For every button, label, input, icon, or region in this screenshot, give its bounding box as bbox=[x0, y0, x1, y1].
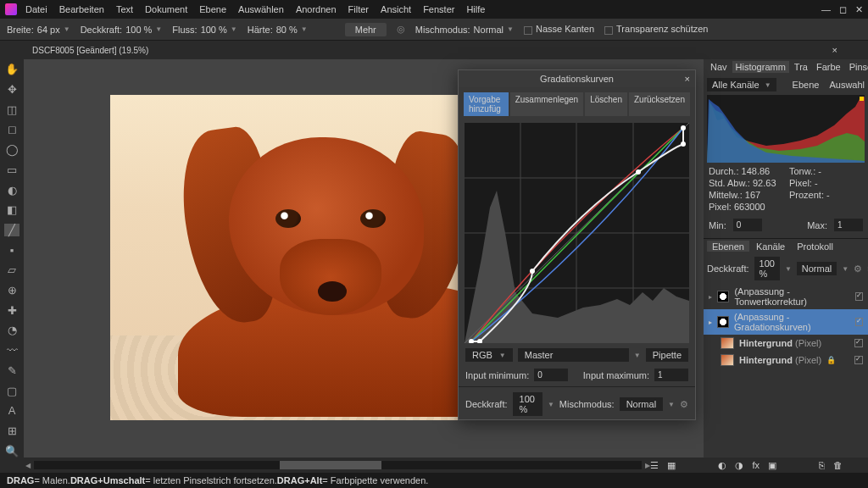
maximize-icon[interactable]: ◻ bbox=[839, 4, 847, 15]
mask-icon[interactable]: ◐ bbox=[718, 460, 726, 471]
close-icon[interactable]: ✕ bbox=[855, 4, 863, 15]
selection-tool-icon[interactable]: ◻ bbox=[4, 123, 19, 136]
fx-icon[interactable]: fx bbox=[752, 460, 760, 471]
chevron-down-icon[interactable]: ▼ bbox=[301, 25, 308, 33]
visibility-checkbox[interactable] bbox=[854, 356, 863, 364]
fluss-value[interactable]: 100 % bbox=[201, 25, 227, 35]
tab-navigator[interactable]: Nav bbox=[707, 61, 731, 73]
lock-icon[interactable]: 🔒 bbox=[826, 356, 836, 364]
menu-ebene[interactable]: Ebene bbox=[199, 4, 226, 14]
shape-tool-icon[interactable]: ▢ bbox=[4, 384, 19, 397]
horizontal-scrollbar[interactable] bbox=[34, 461, 642, 469]
layer-blendmode[interactable]: Normal bbox=[797, 262, 837, 275]
crop-icon[interactable]: ▣ bbox=[768, 460, 776, 471]
min-input[interactable] bbox=[733, 219, 762, 231]
input-max-field[interactable] bbox=[654, 369, 688, 381]
chevron-down-icon[interactable]: ▼ bbox=[507, 25, 514, 33]
smudge-tool-icon[interactable]: 〰 bbox=[4, 344, 19, 358]
eraser-tool-icon[interactable]: ▱ bbox=[4, 263, 19, 277]
flood-tool-icon[interactable]: ◐ bbox=[4, 183, 19, 197]
mesh-tool-icon[interactable]: ⊞ bbox=[4, 424, 19, 438]
tab-pinsel[interactable]: Pinsel bbox=[846, 61, 868, 73]
move-tool-icon[interactable]: ✥ bbox=[4, 83, 19, 97]
menu-hilfe[interactable]: Hilfe bbox=[466, 4, 485, 14]
mischmodus-value[interactable]: Normal bbox=[474, 25, 504, 35]
chevron-right-icon[interactable]: ▸ bbox=[709, 319, 712, 326]
preset-add-button[interactable]: Vorgabe hinzufüg bbox=[464, 92, 509, 116]
curves-graph[interactable] bbox=[465, 123, 689, 343]
crop-tool-icon[interactable]: ◫ bbox=[4, 103, 19, 116]
chevron-down-icon[interactable]: ▼ bbox=[155, 25, 162, 33]
close-icon[interactable]: × bbox=[685, 74, 690, 84]
healing-tool-icon[interactable]: ✚ bbox=[4, 303, 19, 317]
dialog-misch-value[interactable]: Normal bbox=[620, 397, 663, 411]
transparenz-checkbox[interactable] bbox=[604, 26, 613, 35]
layer-deck-value[interactable]: 100 % bbox=[754, 257, 780, 280]
channel-select[interactable]: Alle Kanäle▼ bbox=[707, 78, 776, 92]
stabilizer-icon[interactable]: ◎ bbox=[397, 24, 405, 35]
max-input[interactable] bbox=[834, 219, 863, 231]
channel-dropdown[interactable]: RGB ▼ bbox=[465, 348, 513, 362]
tab-kanaele[interactable]: Kanäle bbox=[751, 241, 790, 252]
pen-tool-icon[interactable]: ✎ bbox=[4, 364, 19, 378]
clone-tool-icon[interactable]: ⊕ bbox=[4, 284, 19, 297]
menu-datei[interactable]: Datei bbox=[25, 4, 47, 14]
chevron-down-icon[interactable]: ▼ bbox=[548, 401, 554, 408]
dialog-titlebar[interactable]: Gradationskurven × bbox=[459, 70, 695, 87]
breite-value[interactable]: 64 px bbox=[37, 25, 60, 35]
dialog-deck-value[interactable]: 100 % bbox=[513, 392, 542, 416]
chevron-down-icon[interactable]: ▼ bbox=[668, 401, 675, 408]
tab-histogram[interactable]: Histogramm bbox=[732, 61, 789, 73]
document-tab[interactable]: DSCF8005 [Geändert] (19.5%) bbox=[25, 43, 155, 58]
menu-ansicht[interactable]: Ansicht bbox=[381, 4, 411, 14]
delete-button[interactable]: Löschen bbox=[585, 92, 627, 116]
visibility-checkbox[interactable] bbox=[855, 318, 863, 326]
tab-close-icon[interactable]: × bbox=[832, 45, 837, 55]
menu-bearbeiten[interactable]: Bearbeiten bbox=[59, 4, 104, 14]
layer-item-hintergrund2[interactable]: Hintergrund (Pixel) 🔒 bbox=[704, 352, 868, 369]
reset-button[interactable]: Zurücksetzen bbox=[629, 92, 690, 116]
chevron-right-icon[interactable]: ▸ bbox=[709, 293, 712, 301]
gradient-tool-icon[interactable]: ◧ bbox=[4, 203, 19, 217]
dodge-tool-icon[interactable]: ◔ bbox=[4, 324, 19, 337]
chevron-down-icon[interactable]: ▼ bbox=[842, 265, 849, 273]
chevron-down-icon[interactable]: ▼ bbox=[231, 25, 237, 33]
menu-anordnen[interactable]: Anordnen bbox=[296, 4, 337, 14]
layer-item-hintergrund1[interactable]: Hintergrund (Pixel) bbox=[704, 335, 868, 352]
chevron-down-icon[interactable]: ▼ bbox=[64, 25, 70, 33]
menu-auswaehlen[interactable]: Auswählen bbox=[238, 4, 284, 14]
nasse-kanten-checkbox[interactable] bbox=[524, 26, 532, 35]
tab-protokoll[interactable]: Protokoll bbox=[792, 241, 838, 252]
tab-transform[interactable]: Tra bbox=[791, 61, 811, 73]
hand-tool-icon[interactable]: ✋ bbox=[4, 63, 19, 76]
visibility-checkbox[interactable] bbox=[855, 292, 863, 301]
gear-icon[interactable]: ⚙ bbox=[854, 263, 862, 274]
gear-icon[interactable]: ⚙ bbox=[680, 399, 688, 410]
visibility-checkbox[interactable] bbox=[854, 339, 863, 347]
deckkraft-value[interactable]: 100 % bbox=[125, 25, 152, 35]
assistant-icon[interactable]: ☰ bbox=[650, 460, 659, 471]
trash-icon[interactable]: 🗑 bbox=[833, 460, 843, 471]
scroll-left-icon[interactable]: ◀ bbox=[25, 462, 31, 469]
chevron-down-icon[interactable]: ▼ bbox=[634, 352, 641, 359]
merge-button[interactable]: Zusammenlegen bbox=[510, 92, 583, 116]
menu-fenster[interactable]: Fenster bbox=[423, 4, 454, 14]
duplicate-icon[interactable]: ⎘ bbox=[819, 460, 825, 471]
pixel-tool-icon[interactable]: ▪ bbox=[4, 243, 19, 257]
input-min-field[interactable] bbox=[534, 369, 568, 381]
marquee-tool-icon[interactable]: ▭ bbox=[4, 164, 19, 177]
lasso-tool-icon[interactable]: ◯ bbox=[4, 143, 19, 157]
minimize-icon[interactable]: — bbox=[821, 4, 831, 15]
mehr-button[interactable]: Mehr bbox=[345, 23, 387, 36]
pipette-button[interactable]: Pipette bbox=[646, 348, 688, 362]
menu-dokument[interactable]: Dokument bbox=[145, 4, 187, 14]
master-dropdown[interactable]: Master bbox=[518, 348, 629, 362]
tab-ebenen[interactable]: Ebenen bbox=[707, 241, 749, 252]
menu-text[interactable]: Text bbox=[116, 4, 133, 14]
chevron-down-icon[interactable]: ▼ bbox=[785, 265, 792, 273]
zoom-tool-icon[interactable]: 🔍 bbox=[4, 444, 19, 458]
paintbrush-tool-icon[interactable]: ╱ bbox=[4, 224, 19, 237]
harte-value[interactable]: 80 % bbox=[276, 25, 298, 35]
menu-filter[interactable]: Filter bbox=[348, 4, 369, 14]
adjustment-icon[interactable]: ◑ bbox=[735, 460, 743, 471]
